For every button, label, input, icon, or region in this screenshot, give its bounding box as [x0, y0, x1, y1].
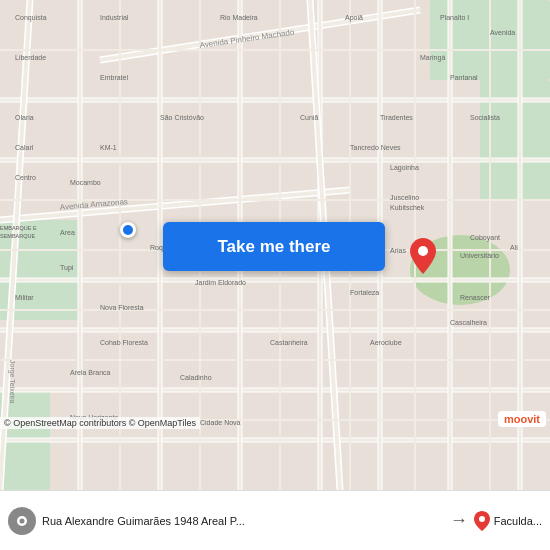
svg-text:Arias: Arias — [390, 247, 406, 254]
svg-text:Aeroclube: Aeroclube — [370, 339, 402, 346]
moovit-logo: moovit — [498, 411, 546, 427]
origin-pin — [120, 222, 136, 238]
svg-text:Cuniã: Cuniã — [300, 114, 318, 121]
svg-text:Maringá: Maringá — [420, 54, 445, 62]
svg-text:Olaria: Olaria — [15, 114, 34, 121]
svg-text:Centro: Centro — [15, 174, 36, 181]
svg-text:Jorge Teixeira: Jorge Teixeira — [8, 360, 16, 404]
svg-text:Fortaleza: Fortaleza — [350, 289, 379, 296]
svg-text:Ali: Ali — [510, 244, 518, 251]
destination-section: Faculda... — [474, 511, 542, 531]
svg-text:Kubitschek: Kubitschek — [390, 204, 425, 211]
svg-text:Conquista: Conquista — [15, 14, 47, 22]
svg-text:Area: Area — [60, 229, 75, 236]
svg-text:Jardim Eldorado: Jardim Eldorado — [195, 279, 246, 286]
svg-text:Industrial: Industrial — [100, 14, 129, 21]
svg-text:São Cristóvão: São Cristóvão — [160, 114, 204, 121]
destination-pin — [410, 238, 436, 274]
svg-text:Cascalheira: Cascalheira — [450, 319, 487, 326]
svg-text:Avenida: Avenida — [490, 29, 515, 36]
svg-text:Arela Branca: Arela Branca — [70, 369, 111, 376]
svg-text:KM-1: KM-1 — [100, 144, 117, 151]
svg-text:Nova Floresta: Nova Floresta — [100, 304, 144, 311]
destination-pin-icon — [474, 511, 490, 531]
svg-text:Rio Madeira: Rio Madeira — [220, 14, 258, 21]
svg-text:Planalto I: Planalto I — [440, 14, 469, 21]
svg-point-103 — [20, 518, 25, 523]
svg-text:Cidade Nova: Cidade Nova — [200, 419, 241, 426]
map-container: Conquista Industrial Rio Madeira Apoiã P… — [0, 0, 550, 490]
svg-text:Liberdade: Liberdade — [15, 54, 46, 61]
destination-text: Faculda... — [494, 515, 542, 527]
svg-text:Militar: Militar — [15, 294, 34, 301]
svg-text:Socialista: Socialista — [470, 114, 500, 121]
svg-text:Universitário: Universitário — [460, 252, 499, 259]
svg-text:Juscelino: Juscelino — [390, 194, 419, 201]
arrow-right-icon: → — [450, 510, 468, 531]
svg-text:Calarl: Calarl — [15, 144, 34, 151]
moovit-logo-text: moovit — [504, 413, 540, 425]
svg-text:Embratel: Embratel — [100, 74, 128, 81]
svg-text:Pantanal: Pantanal — [450, 74, 478, 81]
origin-text: Rua Alexandre Guimarães 1948 Areal P... — [42, 515, 245, 527]
origin-section: Rua Alexandre Guimarães 1948 Areal P... — [8, 507, 444, 535]
take-me-there-button[interactable]: Take me there — [163, 222, 385, 271]
svg-point-104 — [479, 516, 485, 522]
map-attribution: © OpenStreetMap contributors © OpenMapTi… — [0, 417, 200, 429]
svg-text:Castanheira: Castanheira — [270, 339, 308, 346]
svg-text:Mocambo: Mocambo — [70, 179, 101, 186]
svg-text:Cohab Floresta: Cohab Floresta — [100, 339, 148, 346]
svg-text:EMBARQUE E: EMBARQUE E — [0, 225, 37, 231]
svg-text:Tupi: Tupi — [60, 264, 74, 272]
svg-text:Renascer: Renascer — [460, 294, 491, 301]
svg-text:Caladinho: Caladinho — [180, 374, 212, 381]
svg-text:Coboyant: Coboyant — [470, 234, 500, 242]
svg-point-101 — [418, 246, 428, 256]
svg-text:Lagoinha: Lagoinha — [390, 164, 419, 172]
origin-location-icon — [8, 507, 36, 535]
svg-text:Tiradentes: Tiradentes — [380, 114, 413, 121]
bottom-bar: Rua Alexandre Guimarães 1948 Areal P... … — [0, 490, 550, 550]
svg-text:Tancredo Neves: Tancredo Neves — [350, 144, 401, 151]
svg-text:Apoiã: Apoiã — [345, 14, 363, 22]
svg-text:SEMBARQUE: SEMBARQUE — [0, 233, 35, 239]
